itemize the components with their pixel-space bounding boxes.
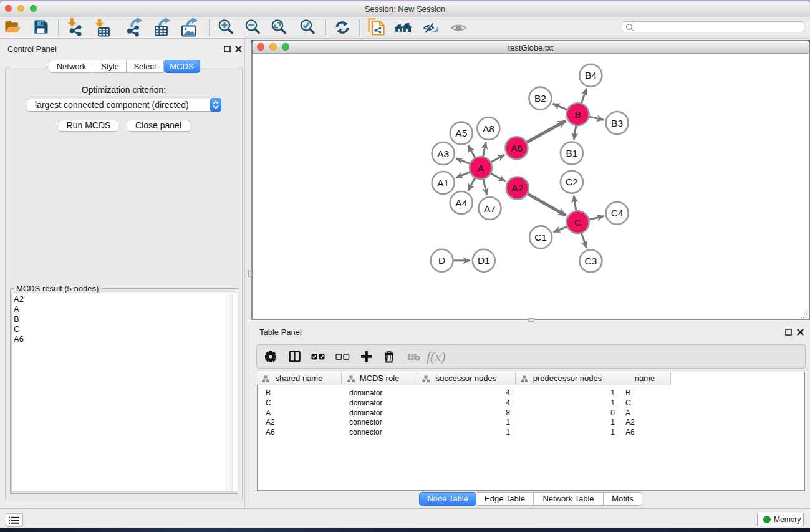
- svg-text:B2: B2: [534, 93, 546, 104]
- svg-text:A: A: [478, 163, 485, 173]
- svg-text:C: C: [574, 217, 581, 228]
- svg-text:A7: A7: [484, 203, 496, 214]
- svg-text:A6: A6: [511, 143, 523, 153]
- svg-text:B1: B1: [566, 148, 577, 158]
- svg-text:B4: B4: [585, 70, 597, 80]
- svg-text:B: B: [574, 109, 581, 120]
- svg-text:D1: D1: [478, 255, 490, 266]
- svg-text:A2: A2: [511, 183, 523, 193]
- svg-text:D: D: [438, 255, 445, 266]
- svg-text:C2: C2: [566, 177, 578, 187]
- svg-text:B3: B3: [611, 118, 623, 128]
- svg-text:A3: A3: [437, 148, 449, 159]
- svg-text:A4: A4: [455, 198, 467, 208]
- svg-text:C1: C1: [534, 232, 547, 243]
- svg-text:A5: A5: [455, 128, 467, 138]
- svg-text:C3: C3: [584, 256, 597, 266]
- svg-text:A8: A8: [483, 123, 494, 134]
- svg-text:A1: A1: [437, 178, 449, 188]
- svg-text:C4: C4: [611, 208, 624, 218]
